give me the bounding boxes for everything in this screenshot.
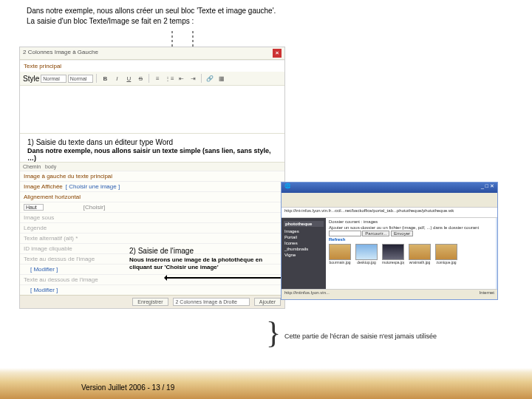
popup-toolbar bbox=[282, 193, 497, 208]
step1-note: 1) Saisie du texte dans un éditeur type … bbox=[20, 134, 284, 162]
edit-above-link[interactable]: [ Modifier ] bbox=[30, 266, 58, 273]
bold-icon[interactable]: B bbox=[100, 73, 110, 83]
choose-image-link[interactable]: [ Choisir une image ] bbox=[66, 183, 120, 190]
side-item[interactable]: Images bbox=[284, 228, 324, 234]
side-item[interactable]: _thumbnails bbox=[284, 246, 324, 252]
thumb[interactable]: zomique.jpg bbox=[435, 244, 457, 265]
editor-window-title: 2 Colonnes Image à Gauche bbox=[23, 49, 98, 58]
current-folder: Dossier courant : images bbox=[329, 219, 494, 224]
label-image-shown: Image Affichée bbox=[24, 183, 63, 190]
path-label: Chemin bbox=[23, 164, 41, 169]
outdent-icon[interactable]: ⇤ bbox=[176, 73, 186, 83]
editor-titlebar: 2 Colonnes Image à Gauche × bbox=[20, 47, 284, 60]
thumb[interactable]: wratmath.jpg bbox=[409, 244, 431, 265]
align-select[interactable]: Haut bbox=[24, 204, 44, 211]
phototheque-window: 🌐 _ □ ✕ http://int-infos.lyon.vin.fr...c… bbox=[281, 182, 498, 300]
sidebar-header: phototheque bbox=[284, 221, 324, 227]
label-text-below: Texte au dessous de l'image bbox=[24, 276, 98, 283]
refresh-link[interactable]: Refresh bbox=[329, 237, 494, 242]
side-item[interactable]: Icones bbox=[284, 240, 324, 246]
row-text-below: Texte au dessous de l'image bbox=[20, 274, 284, 284]
step2-heading: 2) Saisie de l'image bbox=[129, 247, 270, 255]
popup-address[interactable]: http://int-infos.lyon.vin.fr...ccil...ne… bbox=[282, 208, 497, 218]
thumb[interactable]: motorespa.jpg bbox=[382, 244, 404, 265]
editor-toolbar: Style Normal Normal B I U S ≡ ⋮≡ ⇤ ⇥ 🔗 ▦ bbox=[20, 72, 284, 86]
add-button[interactable]: Ajouter bbox=[254, 298, 281, 306]
label-text-above: Texte au dessus de l'image bbox=[24, 256, 95, 262]
section-texte-principal: Texte principal bbox=[20, 60, 284, 72]
close-icon[interactable]: × bbox=[273, 49, 282, 58]
row-align-select: Haut [Choisir] bbox=[20, 202, 284, 212]
brace-icon: } bbox=[266, 322, 281, 344]
indent-icon[interactable]: ⇥ bbox=[188, 73, 198, 83]
save-button[interactable]: Enregistrer bbox=[132, 298, 168, 306]
add-file-line: Ajouter un sous-dossier ou un fichier (i… bbox=[329, 225, 494, 230]
popup-statusbar: http://intinfos.lyon.vin... Internet bbox=[282, 289, 497, 299]
path-value: body bbox=[45, 164, 56, 169]
strike-icon[interactable]: S bbox=[135, 73, 146, 83]
style-label: Style bbox=[23, 75, 39, 83]
italic-icon[interactable]: I bbox=[112, 73, 122, 83]
cols-select[interactable]: 2 Colonnes Image à Droite bbox=[173, 298, 250, 306]
image-icon[interactable]: ▦ bbox=[216, 73, 227, 83]
link-icon[interactable]: 🔗 bbox=[205, 73, 215, 83]
row-image-left: Image à gauche du texte principal bbox=[20, 171, 284, 181]
row-legend: Légende bbox=[20, 222, 284, 233]
editor-footer: Enregistrer 2 Colonnes Image à Droite Aj… bbox=[20, 295, 284, 308]
brace-caption: Cette partie de l'écran de saisie n'est … bbox=[284, 332, 437, 340]
status-left: http://intinfos.lyon.vin... bbox=[284, 290, 330, 299]
font-select[interactable]: Normal bbox=[68, 75, 94, 83]
popup-main: Dossier courant : images Ajouter un sous… bbox=[326, 218, 497, 289]
numlist-icon[interactable]: ⋮≡ bbox=[164, 73, 174, 83]
thumb[interactable]: bourmain.jpg bbox=[329, 244, 351, 265]
intro-line-1: Dans notre exemple, nous allons créer un… bbox=[27, 6, 433, 16]
side-item[interactable]: Portail bbox=[284, 234, 324, 240]
footer-text: Version Juillet 2006 - 13 / 19 bbox=[81, 383, 174, 392]
popup-titlebar: 🌐 _ □ ✕ bbox=[282, 183, 497, 193]
style-select[interactable]: Normal bbox=[41, 75, 66, 83]
row-image-shown: Image Affichée [ Choisir une image ] bbox=[20, 181, 284, 191]
row-align: Alignement horizontal bbox=[20, 191, 284, 202]
status-right: Internet bbox=[480, 290, 494, 299]
row-alt: Texte alternatif (alt) * bbox=[20, 233, 284, 243]
intro-line-2: La saisie d'un bloc Texte/Image se fait … bbox=[27, 16, 433, 27]
underline-icon[interactable]: U bbox=[123, 73, 134, 83]
label-align-h: Alignement horizontal bbox=[24, 194, 81, 200]
step1-heading: 1) Saisie du texte dans un éditeur type … bbox=[27, 138, 277, 146]
path-row: Chemin body bbox=[20, 162, 284, 171]
thumbnails: bourmain.jpg desktop.jpg motorespa.jpg w… bbox=[329, 244, 494, 265]
list-icon[interactable]: ≡ bbox=[152, 73, 163, 83]
editor-textarea[interactable] bbox=[20, 86, 284, 134]
step1-sub: Dans notre exemple, nous allons saisir u… bbox=[27, 147, 277, 162]
popup-controls[interactable]: _ □ ✕ bbox=[481, 183, 494, 192]
step2-note: 2) Saisie de l'image Nous insérons une i… bbox=[129, 247, 270, 271]
footer-band bbox=[0, 368, 532, 399]
side-item[interactable]: Vigne bbox=[284, 252, 324, 258]
popup-sidebar: phototheque Images Portail Icones _thumb… bbox=[282, 218, 326, 289]
browse-button[interactable]: Parcourir... bbox=[362, 231, 389, 236]
step2-sub: Nous insérons une image de la photothèqu… bbox=[129, 256, 270, 271]
row-image-title: Image sous bbox=[20, 212, 284, 222]
intro-paragraph: Dans notre exemple, nous allons créer un… bbox=[27, 6, 433, 26]
popup-ie-icon: 🌐 bbox=[284, 183, 291, 192]
file-input[interactable] bbox=[329, 231, 361, 236]
thumb[interactable]: desktop.jpg bbox=[355, 244, 378, 265]
send-button[interactable]: Envoyer bbox=[391, 231, 413, 236]
edit-below-link[interactable]: [ Modifier ] bbox=[30, 287, 58, 293]
chosen-label: [Choisir] bbox=[83, 204, 105, 211]
